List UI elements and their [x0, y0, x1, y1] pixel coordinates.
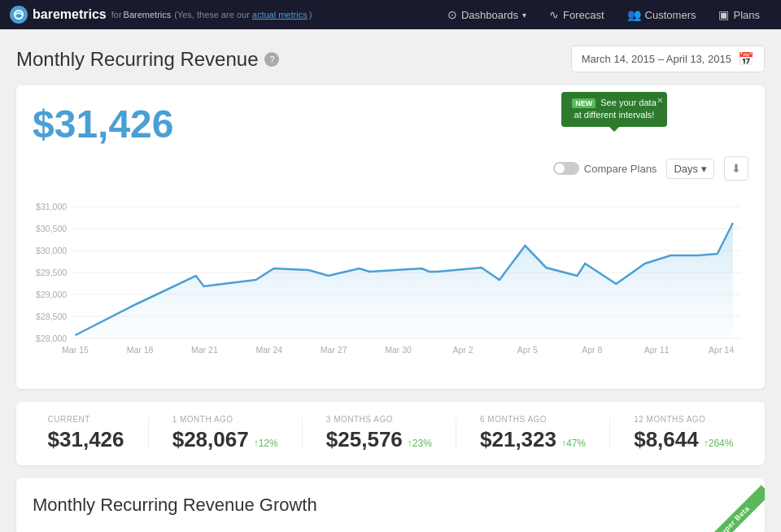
stat-3month-growth: ↑23%: [408, 438, 432, 449]
stat-6month: 6 MONTHS AGO $21,323 ↑47%: [480, 415, 586, 452]
svg-text:Apr 14: Apr 14: [709, 345, 734, 355]
controls-row: Compare Plans Days ▾ ⬇: [33, 156, 748, 181]
stat-divider-3: [456, 417, 456, 450]
calendar-icon: 📅: [738, 51, 754, 67]
download-button[interactable]: ⬇: [724, 156, 748, 181]
svg-text:$28,500: $28,500: [36, 312, 67, 321]
stat-1month: 1 MONTH AGO $28,067 ↑12%: [172, 415, 278, 452]
date-range-text: March 14, 2015 – April 13, 2015: [582, 53, 731, 65]
chart-svg: $31,000 $30,500 $30,000 $29,500 $29,000 …: [33, 190, 748, 369]
page-header: Monthly Recurring Revenue ? March 14, 20…: [16, 46, 765, 72]
svg-text:$31,000: $31,000: [36, 202, 67, 211]
svg-text:Apr 2: Apr 2: [452, 345, 473, 355]
stats-card: CURRENT $31,426 1 MONTH AGO $28,067 ↑12%…: [16, 402, 765, 465]
logo: baremetrics: [10, 6, 107, 24]
svg-text:Mar 24: Mar 24: [255, 345, 282, 355]
svg-text:$29,500: $29,500: [36, 268, 67, 277]
svg-text:$30,500: $30,500: [36, 224, 67, 233]
stat-divider-2: [302, 417, 303, 450]
customers-icon: 👥: [627, 8, 641, 21]
stat-current-label: CURRENT: [48, 415, 124, 424]
svg-text:Mar 27: Mar 27: [321, 345, 347, 355]
nav-forecast[interactable]: ∿ Forecast: [538, 0, 616, 29]
stat-current: CURRENT $31,426: [48, 415, 124, 452]
svg-text:Mar 21: Mar 21: [191, 345, 218, 355]
chevron-down-icon: ▾: [701, 163, 707, 175]
nav-for: for: [111, 10, 122, 20]
svg-text:Mar 30: Mar 30: [385, 345, 412, 355]
svg-text:Mar 18: Mar 18: [127, 345, 154, 355]
stat-12month-label: 12 MONTHS AGO: [634, 415, 733, 424]
svg-text:Apr 11: Apr 11: [644, 345, 670, 355]
stat-12month: 12 MONTHS AGO $8,644 ↑264%: [634, 415, 733, 452]
tooltip-new-badge: NEW: [572, 98, 596, 108]
nav-customers[interactable]: 👥 Customers: [616, 0, 708, 29]
stat-divider-1: [148, 417, 149, 450]
navbar: baremetrics for Baremetrics (Yes, these …: [0, 0, 781, 29]
stat-6month-value-row: $21,323 ↑47%: [480, 427, 586, 452]
nav-close: ): [309, 10, 312, 20]
stat-1month-label: 1 MONTH AGO: [172, 415, 278, 424]
compare-plans-label: Compare Plans: [584, 163, 657, 175]
nav-customers-label: Customers: [645, 9, 696, 21]
nav-dashboards[interactable]: ⊙ Dashboards ▾: [436, 0, 538, 29]
stat-current-value-row: $31,426: [48, 427, 124, 452]
stat-divider-4: [609, 417, 610, 450]
nav-yes: (Yes, these are our: [174, 10, 250, 20]
stat-6month-growth: ↑47%: [561, 438, 586, 449]
stat-3month-value: $25,576: [326, 427, 403, 452]
svg-marker-15: [76, 223, 733, 338]
svg-text:Apr 8: Apr 8: [582, 345, 602, 355]
stat-1month-value-row: $28,067 ↑12%: [172, 427, 278, 452]
dashboard-icon: ⊙: [447, 8, 457, 21]
svg-text:Apr 5: Apr 5: [517, 345, 538, 355]
tooltip-bubble: ✕ NEW See your data at different interva…: [561, 92, 667, 127]
logo-icon: [10, 6, 28, 24]
stat-6month-value: $21,323: [480, 427, 556, 452]
stat-3month-label: 3 MONTHS AGO: [326, 415, 432, 424]
days-select[interactable]: Days ▾: [666, 159, 714, 179]
page-title-row: Monthly Recurring Revenue ?: [16, 48, 279, 71]
compare-plans: Compare Plans: [553, 162, 657, 175]
chevron-down-icon: ▾: [522, 11, 526, 20]
stat-12month-growth: ↑264%: [704, 438, 734, 449]
nav-forecast-label: Forecast: [563, 9, 604, 21]
compare-plans-toggle[interactable]: [553, 162, 579, 175]
stat-3month-value-row: $25,576 ↑23%: [326, 427, 432, 452]
main-content: Monthly Recurring Revenue ? March 14, 20…: [0, 29, 781, 532]
svg-text:Mar 15: Mar 15: [62, 345, 89, 355]
help-icon[interactable]: ?: [264, 52, 279, 67]
stat-12month-value: $8,644: [634, 427, 699, 452]
svg-text:$29,000: $29,000: [36, 290, 67, 299]
stat-1month-growth: ↑12%: [254, 438, 278, 449]
stat-3month: 3 MONTHS AGO $25,576 ↑23%: [326, 415, 432, 452]
download-icon: ⬇: [731, 162, 741, 175]
stat-12month-value-row: $8,644 ↑264%: [634, 427, 733, 452]
nav-metrics-link[interactable]: actual metrics: [252, 10, 308, 20]
logo-text: baremetrics: [33, 7, 107, 22]
chart-card: ✕ NEW See your data at different interva…: [16, 85, 765, 389]
nav-dashboards-label: Dashboards: [461, 9, 518, 21]
bottom-card-title: Monthly Recurring Revenue Growth: [33, 495, 748, 516]
days-label: Days: [674, 163, 698, 175]
page-title: Monthly Recurring Revenue: [16, 48, 258, 71]
stat-1month-value: $28,067: [172, 427, 249, 452]
svg-text:$30,000: $30,000: [36, 246, 67, 255]
chart-container: $31,000 $30,500 $30,000 $29,500 $29,000 …: [33, 190, 748, 373]
stat-current-value: $31,426: [48, 427, 124, 452]
nav-plans-label: Plans: [733, 9, 760, 21]
tooltip-close[interactable]: ✕: [657, 95, 663, 107]
date-range-button[interactable]: March 14, 2015 – April 13, 2015 📅: [571, 46, 765, 72]
svg-text:$28,000: $28,000: [36, 334, 67, 343]
stat-6month-label: 6 MONTHS AGO: [480, 415, 586, 424]
bottom-card: Monthly Recurring Revenue Growth Super B…: [16, 478, 765, 532]
forecast-icon: ∿: [549, 8, 559, 21]
nav-brand: Baremetrics: [124, 10, 172, 20]
plans-icon: ▣: [718, 8, 729, 21]
nav-plans[interactable]: ▣ Plans: [707, 0, 771, 29]
